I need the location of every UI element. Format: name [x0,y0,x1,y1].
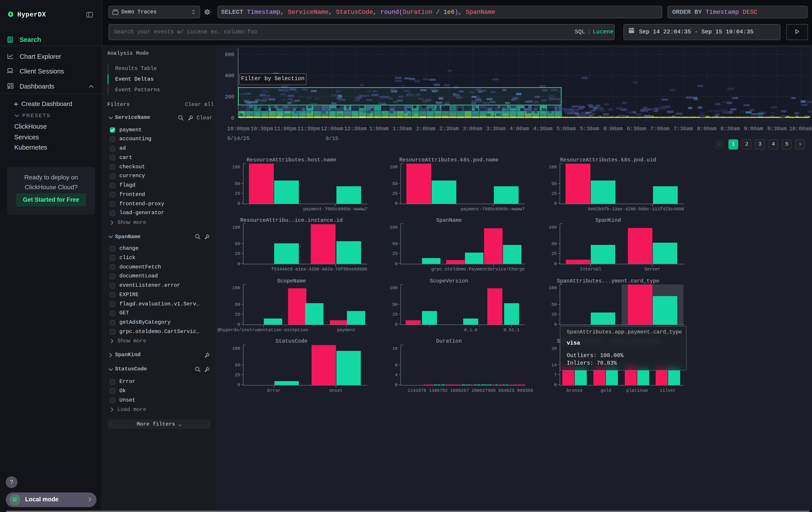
svg-text:f5344ec9-a1ea-4290-a62a-78f5be: f5344ec9-a1ea-4290-a62a-78f5bee8d90b [271,267,367,272]
svg-text:0.1.0: 0.1.0 [464,327,477,332]
svg-text:7:00am: 7:00am [650,126,669,132]
svg-text:25: 25 [392,191,398,196]
svg-text:5:00am: 5:00am [556,126,576,132]
svg-text:ScopeName: ScopeName [277,278,306,284]
svg-text:2:30am: 2:30am [440,126,459,132]
svg-text:16: 16 [392,346,398,351]
svg-text:10:30pm: 10:30pm [251,126,273,132]
svg-text:9/14/25: 9/14/25 [227,136,250,141]
svg-text:10:00pm: 10:00pm [227,126,250,132]
svg-text:100: 100 [389,225,398,230]
svg-text:25: 25 [392,312,398,317]
svg-text:50: 50 [392,302,398,307]
svg-text:0: 0 [554,261,557,266]
svg-text:SpanKind: SpanKind [595,217,621,223]
svg-text:12:00am: 12:00am [321,126,343,132]
svg-text:11:30pm: 11:30pm [297,126,320,132]
svg-text:50: 50 [392,181,398,186]
svg-text:50: 50 [235,362,240,368]
svg-text:25: 25 [235,372,240,378]
svg-text:payment: payment [337,327,356,332]
svg-text:0.51.1: 0.51.1 [503,327,520,332]
svg-text:0: 0 [395,201,398,206]
svg-text:0: 0 [237,201,240,206]
svg-text:silver: silver [660,388,676,393]
svg-text:Internal: Internal [580,267,601,272]
svg-text:ResourceAttributes.k8s.pod.nam: ResourceAttributes.k8s.pod.name [399,157,498,163]
svg-text:gold: gold [601,388,611,393]
svg-text:0: 0 [554,201,557,206]
svg-text:4: 4 [395,372,398,378]
svg-text:10:00am: 10:00am [789,126,812,132]
svg-text:50: 50 [551,181,557,186]
svg-text:6:30am: 6:30am [627,126,646,132]
svg-text:0: 0 [554,322,557,327]
svg-text:0: 0 [395,322,398,327]
svg-text:7:30am: 7:30am [674,126,693,132]
svg-text:StatusCode: StatusCode [276,338,308,344]
svg-text:Duration: Duration [436,338,462,344]
svg-text:5:30am: 5:30am [580,126,599,132]
svg-text:8:30am: 8:30am [721,126,740,132]
svg-text:100: 100 [549,225,557,230]
svg-text:11:00pm: 11:00pm [274,126,296,132]
svg-text:0: 0 [554,382,557,387]
svg-text:6:00am: 6:00am [604,126,622,132]
svg-text:2:00am: 2:00am [416,126,435,132]
svg-text:0: 0 [395,261,398,266]
svg-text:0: 0 [237,261,240,266]
svg-text:Unset: Unset [329,388,343,393]
svg-text:9:00am: 9:00am [744,126,763,132]
svg-text:SpanName: SpanName [436,217,462,223]
svg-text:50: 50 [551,302,557,307]
svg-text:50: 50 [392,241,398,246]
svg-text:payment-7985c8969c-mwmw7: payment-7985c8969c-mwmw7 [303,207,367,212]
svg-text:0: 0 [237,382,240,387]
svg-text:200: 200 [225,94,234,100]
svg-text:0: 0 [231,115,234,121]
svg-text:100: 100 [549,286,557,291]
svg-text:12:30am: 12:30am [344,126,367,132]
svg-text:ResourceAttributes.k8s.pod.uid: ResourceAttributes.k8s.pod.uid [560,157,656,163]
svg-text:1:00am: 1:00am [369,126,388,132]
svg-text:7: 7 [554,372,557,378]
svg-text:1141978 1386792 1600267 200027: 1141978 1386792 1600267 200027900 584623… [408,388,533,393]
svg-text:25: 25 [551,251,557,256]
svg-text:grpc.oteldemo.PaymentService/C: grpc.oteldemo.PaymentService/Charge [431,267,525,272]
svg-text:100: 100 [232,164,240,170]
svg-text:50: 50 [235,302,240,307]
svg-text:8: 8 [395,362,398,368]
svg-text:@hyperdx/instrumentation-excep: @hyperdx/instrumentation-exception [218,327,308,332]
svg-text:9/15: 9/15 [325,136,339,141]
svg-text:100: 100 [232,346,240,351]
svg-text:25: 25 [551,312,557,317]
svg-text:8:00am: 8:00am [697,126,716,132]
svg-text:14: 14 [551,362,557,368]
svg-text:Server: Server [644,267,660,272]
svg-text:Error: Error [267,388,281,393]
svg-text:3:30am: 3:30am [486,126,505,132]
svg-text:400: 400 [225,73,234,79]
svg-text:SpanAttributes...yment.card_ty: SpanAttributes...yment.card_type [557,278,660,284]
svg-text:5e02b5fb-13ae-4296-bbbc-111f42: 5e02b5fb-13ae-4296-bbbc-111f423c460d [588,207,684,212]
svg-text:100: 100 [232,225,240,230]
svg-text:platinum: platinum [626,388,648,393]
svg-text:ResourceAttributes.host.name: ResourceAttributes.host.name [246,157,336,163]
svg-text:ScopeVersion: ScopeVersion [430,278,468,284]
svg-text:3:00am: 3:00am [463,126,482,132]
svg-text:ResourceAttribu..ice.instance.: ResourceAttribu..ice.instance.id [240,217,343,223]
svg-text:50: 50 [551,241,557,246]
svg-text:100: 100 [549,164,557,170]
svg-text:1:30am: 1:30am [393,126,412,132]
svg-text:payment-7985c8969c-mwmw7: payment-7985c8969c-mwmw7 [461,207,525,212]
svg-text:25: 25 [235,191,240,196]
svg-text:0: 0 [237,322,240,327]
svg-text:4:30am: 4:30am [533,126,552,132]
svg-text:25: 25 [392,251,398,256]
svg-text:600: 600 [225,52,234,58]
svg-text:4:00am: 4:00am [510,126,529,132]
svg-text:9:30am: 9:30am [767,126,786,132]
svg-text:bronze: bronze [567,388,583,393]
svg-text:28: 28 [551,346,557,351]
svg-text:25: 25 [235,312,240,317]
